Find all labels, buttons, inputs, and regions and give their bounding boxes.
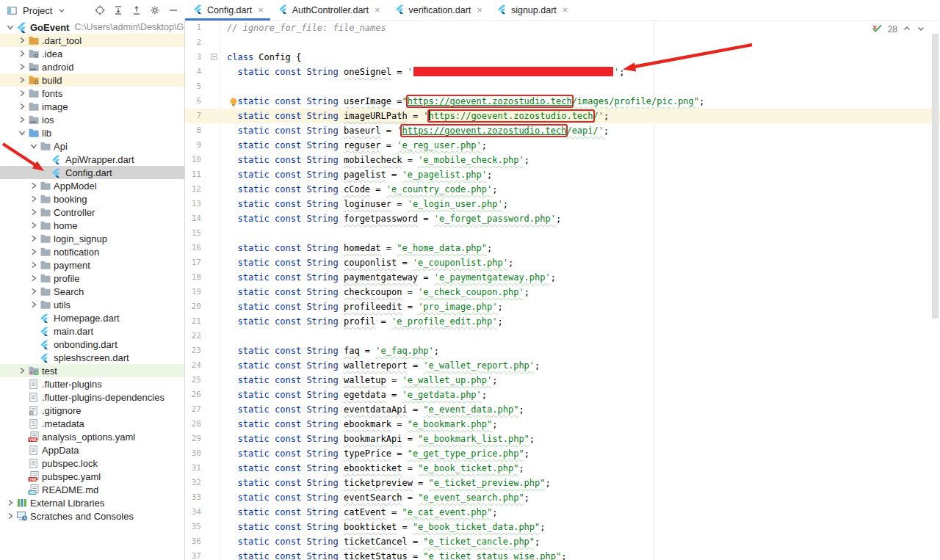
line-number[interactable]: 29 [185, 432, 201, 446]
code-line-32[interactable]: 32 static const String ticketpreview = "… [185, 476, 940, 490]
tree-item-controller[interactable]: Controller [0, 206, 184, 219]
line-number[interactable]: 6 [185, 94, 201, 109]
code-line-7[interactable]: 7 static const String imageURLPath = 'ht… [185, 109, 940, 123]
line-number[interactable]: 18 [185, 270, 201, 285]
chevron-collapsed-icon[interactable] [28, 272, 40, 284]
line-number[interactable]: 13 [185, 197, 201, 211]
chevron-expanded-icon[interactable] [28, 140, 40, 152]
chevron-collapsed-icon[interactable] [16, 34, 28, 46]
tree-item-booking[interactable]: booking [0, 192, 184, 206]
next-warning-icon[interactable] [916, 24, 925, 35]
line-number[interactable]: 4 [185, 65, 201, 79]
line-number[interactable]: 3 [185, 50, 201, 65]
tab-close-icon[interactable]: × [477, 5, 482, 15]
code-line-35[interactable]: 35 static const String bookticket = "e_b… [185, 520, 940, 534]
code-line-2[interactable]: 2 [185, 35, 940, 50]
code-line-4[interactable]: 4 static const String oneSignel = ''; [185, 65, 940, 79]
code-line-21[interactable]: 21 static const String profil = 'e_profi… [185, 314, 940, 329]
code-line-37[interactable]: 37 static const String ticketStatus = "e… [185, 549, 940, 560]
settings-gear-icon[interactable] [149, 4, 161, 16]
code-line-18[interactable]: 18 static const String paymentgateway = … [185, 270, 940, 285]
line-number[interactable]: 14 [185, 211, 201, 226]
code-line-25[interactable]: 25 static const String walletup = 'e_wal… [185, 373, 940, 388]
tree-item-goevent[interactable]: GoEventC:\Users\admin\Desktop\GoEvent [0, 21, 184, 34]
expand-all-icon[interactable] [112, 4, 124, 16]
code-line-13[interactable]: 13 static const String loginuser = 'e_lo… [185, 197, 940, 211]
tree-item-build[interactable]: build [0, 73, 184, 87]
line-number[interactable]: 35 [185, 520, 201, 534]
line-number[interactable]: 23 [185, 343, 201, 358]
chevron-collapsed-icon[interactable] [28, 193, 40, 205]
fold-marker-icon[interactable]: − [211, 54, 217, 60]
tab-authcontroller-dart[interactable]: AuthController.dart× [270, 0, 387, 20]
tree-item-pubspec-lock[interactable]: pubspec.lock [0, 457, 184, 470]
tree-item-android[interactable]: android [0, 60, 184, 73]
line-number[interactable]: 25 [185, 373, 201, 388]
chevron-collapsed-icon[interactable] [4, 510, 16, 522]
code-line-20[interactable]: 20 static const String profileedit = 'pr… [185, 299, 940, 314]
code-line-10[interactable]: 10 static const String mobilecheck = 'e_… [185, 153, 940, 167]
tree-item-flutter-plugins[interactable]: .flutter-plugins [0, 377, 184, 390]
tree-item-api[interactable]: Api [0, 139, 184, 153]
code-line-28[interactable]: 28 static const String ebookmark = "e_bo… [185, 417, 940, 432]
line-number[interactable]: 2 [185, 35, 201, 50]
collapse-all-icon[interactable] [131, 4, 142, 16]
chevron-collapsed-icon[interactable] [16, 61, 28, 73]
chevron-expanded-icon[interactable] [4, 21, 16, 33]
tree-item-test[interactable]: test [0, 364, 184, 377]
tree-item-scratches-and-consoles[interactable]: Scratches and Consoles [0, 509, 184, 523]
line-number[interactable]: 7 [185, 109, 201, 123]
hide-panel-icon[interactable] [167, 4, 179, 16]
line-number[interactable]: 19 [185, 285, 201, 299]
chevron-collapsed-icon[interactable] [16, 48, 28, 59]
code-line-36[interactable]: 36 static const String ticketCancel = "e… [185, 534, 940, 549]
line-number[interactable]: 26 [185, 388, 201, 402]
code-line-1[interactable]: 1// ignore_for_file: file_names [185, 21, 940, 35]
line-number[interactable]: 5 [185, 79, 201, 94]
code-line-6[interactable]: 6 static const String userImage ="https:… [185, 94, 940, 109]
tree-item-metadata[interactable]: .metadata [0, 417, 184, 430]
tree-item-main-dart[interactable]: main.dart [0, 324, 184, 338]
tab-config-dart[interactable]: Config.dart× [185, 0, 270, 20]
line-number[interactable]: 37 [185, 549, 201, 560]
tree-item-home[interactable]: home [0, 219, 184, 232]
tree-item-external-libraries[interactable]: External Libraries [0, 496, 184, 509]
tree-item-flutter-plugins-dependencies[interactable]: .flutter-plugins-dependencies [0, 390, 184, 404]
code-line-30[interactable]: 30 static const String typePrice = "e_ge… [185, 446, 940, 461]
line-number[interactable]: 28 [185, 417, 201, 432]
code-line-14[interactable]: 14 static const String forgetpassword = … [185, 211, 940, 226]
tree-item-config-dart[interactable]: Config.dart [0, 166, 184, 179]
tree-item-utils[interactable]: utils [0, 298, 184, 311]
tree-item-profile[interactable]: profile [0, 272, 184, 285]
editor-scrollbar-thumb[interactable] [932, 34, 939, 319]
line-number[interactable]: 21 [185, 314, 201, 329]
chevron-collapsed-icon[interactable] [16, 365, 28, 377]
tree-item-image[interactable]: image [0, 100, 184, 113]
tree-item-analysis-options-yaml[interactable]: YMLanalysis_options.yaml [0, 430, 184, 443]
tree-item-appdata[interactable]: AppData [0, 443, 184, 457]
chevron-collapsed-icon[interactable] [16, 74, 28, 86]
code-line-15[interactable]: 15 [185, 226, 940, 241]
line-number[interactable]: 8 [185, 123, 201, 138]
line-number[interactable]: 10 [185, 153, 201, 167]
line-number[interactable]: 33 [185, 490, 201, 505]
tab-close-icon[interactable]: × [563, 5, 568, 15]
chevron-collapsed-icon[interactable] [28, 219, 40, 231]
chevron-collapsed-icon[interactable] [28, 286, 40, 297]
chevron-collapsed-icon[interactable] [28, 246, 40, 258]
line-number[interactable]: 12 [185, 182, 201, 197]
tree-item-idea[interactable]: .idea [0, 47, 184, 60]
code-line-17[interactable]: 17 static const String couponlist = 'e_c… [185, 255, 940, 270]
tree-item-appmodel[interactable]: AppModel [0, 179, 184, 192]
tab-close-icon[interactable]: × [375, 5, 380, 15]
code-line-3[interactable]: 3−class Config { [185, 50, 940, 65]
tree-item-onbonding-dart[interactable]: onbonding.dart [0, 338, 184, 351]
code-line-12[interactable]: 12 static const String cCode = 'e_countr… [185, 182, 940, 197]
tab-signup-dart[interactable]: signup.dart× [489, 0, 574, 20]
line-number[interactable]: 16 [185, 241, 201, 255]
line-number[interactable]: 30 [185, 446, 201, 461]
chevron-expanded-icon[interactable] [16, 127, 28, 139]
tree-item-notification[interactable]: notification [0, 245, 184, 258]
code-line-9[interactable]: 9 static const String reguser = 'e_reg_u… [185, 138, 940, 153]
code-editor[interactable]: 1// ignore_for_file: file_names23−class … [185, 21, 940, 560]
